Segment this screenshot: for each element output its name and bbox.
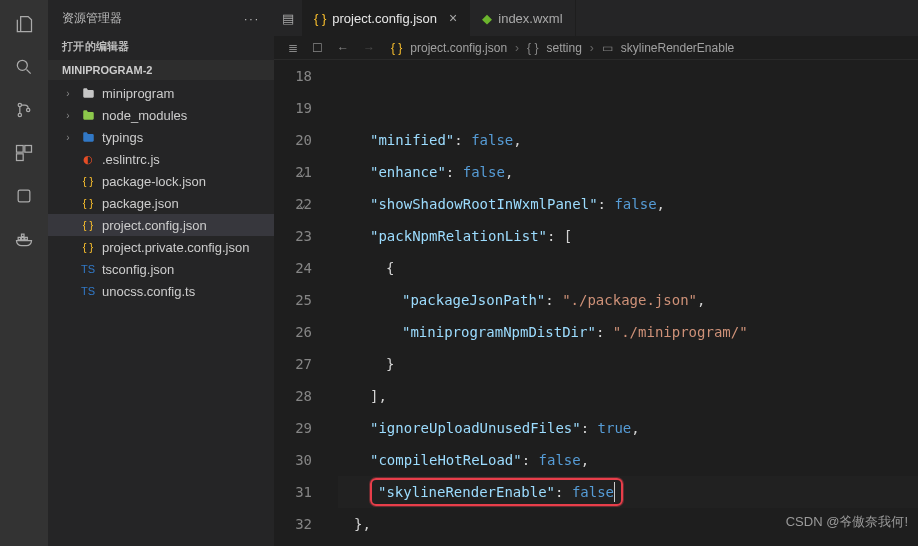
more-icon[interactable]: ··· <box>244 12 260 26</box>
tree-item-label: package-lock.json <box>102 174 206 189</box>
sidebar: 资源管理器 ··· 打开的编辑器 MINIPROGRAM-2 ›miniprog… <box>48 0 274 546</box>
tree-item-label: .eslintrc.js <box>102 152 160 167</box>
list-icon[interactable]: ≣ <box>288 41 298 55</box>
code-editor[interactable]: 18192021222324252627282930313233 "minifi… <box>274 60 918 546</box>
line-number: 33 <box>274 540 312 546</box>
line-number: 19 <box>274 92 312 124</box>
brace-icon: { } <box>80 239 96 255</box>
tree-item-label: project.config.json <box>102 218 207 233</box>
file-tree: ›miniprogram›node_modules›typings◐.eslin… <box>48 80 274 546</box>
code-line-26[interactable]: ], <box>338 380 918 412</box>
folder-typings[interactable]: ›typings <box>48 126 274 148</box>
code-line-23[interactable]: "packageJsonPath": "./package.json", <box>338 284 918 316</box>
code-line-27[interactable]: "ignoreUploadUnusedFiles": true, <box>338 412 918 444</box>
open-editors-section[interactable]: 打开的编辑器 <box>48 33 274 60</box>
search-icon[interactable] <box>14 57 34 80</box>
tab-controls-left: ▤ <box>274 0 302 36</box>
rc-icon: ◐ <box>80 151 96 167</box>
code-line-19[interactable]: "enhance": false, <box>338 156 918 188</box>
forward-icon[interactable]: → <box>363 41 375 55</box>
svg-rect-5 <box>25 146 32 153</box>
file-project.private.config.json[interactable]: { }project.private.config.json <box>48 236 274 258</box>
explorer-title: 资源管理器 <box>62 10 122 27</box>
line-number: 25 <box>274 284 312 316</box>
workspace-root[interactable]: MINIPROGRAM-2 <box>48 60 274 80</box>
debug-icon[interactable] <box>14 186 34 209</box>
code-line-18[interactable]: "minified": false, <box>338 124 918 156</box>
back-icon[interactable]: ← <box>337 41 349 55</box>
tree-item-label: miniprogram <box>102 86 174 101</box>
line-number: 26 <box>274 316 312 348</box>
extensions-icon[interactable] <box>14 143 34 166</box>
code-line-21[interactable]: "packNpmRelationList": [ <box>338 220 918 252</box>
svg-point-1 <box>18 103 21 106</box>
highlight-box: "skylineRenderEnable": false <box>370 478 623 506</box>
ts-folder-icon <box>80 129 96 145</box>
line-number: 22 <box>274 188 312 220</box>
source-control-icon[interactable] <box>14 100 34 123</box>
code-line-24[interactable]: "miniprogramNpmDistDir": "./miniprogram/… <box>338 316 918 348</box>
breadcrumb-p1[interactable]: setting <box>546 41 581 55</box>
tab-bar: ▤ { }project.config.json×◆index.wxml <box>274 0 918 36</box>
line-number: 29 <box>274 412 312 444</box>
files-icon[interactable] <box>14 14 34 37</box>
tree-item-label: node_modules <box>102 108 187 123</box>
file-.eslintrc.js[interactable]: ◐.eslintrc.js <box>48 148 274 170</box>
docker-icon[interactable] <box>14 229 34 252</box>
brace-icon: { } <box>314 11 326 26</box>
breadcrumb-p2[interactable]: skylineRenderEnable <box>621 41 734 55</box>
svg-point-2 <box>18 113 21 116</box>
tab-label: project.config.json <box>332 11 437 26</box>
line-number: 24 <box>274 252 312 284</box>
code-line-31[interactable]: "simulatorType": "wechat", <box>338 540 918 546</box>
code-line-28[interactable]: "compileHotReLoad": false, <box>338 444 918 476</box>
tab-index.wxml[interactable]: ◆index.wxml <box>470 0 575 36</box>
code-line-22[interactable]: { <box>338 252 918 284</box>
svg-point-0 <box>17 60 27 70</box>
tree-item-label: tsconfig.json <box>102 262 174 277</box>
tree-item-label: package.json <box>102 196 179 211</box>
file-project.config.json[interactable]: { }project.config.json <box>48 214 274 236</box>
line-number: 31 <box>274 476 312 508</box>
tree-item-label: typings <box>102 130 143 145</box>
file-package-lock.json[interactable]: { }package-lock.json <box>48 170 274 192</box>
tab-project.config.json[interactable]: { }project.config.json× <box>302 0 470 36</box>
code-line-29[interactable]: "skylineRenderEnable": false <box>338 476 918 508</box>
file-tsconfig.json[interactable]: TStsconfig.json <box>48 258 274 280</box>
tab-label: index.wxml <box>498 11 562 26</box>
close-icon[interactable]: × <box>449 10 457 26</box>
editor-area: ▤ { }project.config.json×◆index.wxml ≣ ☐… <box>274 0 918 546</box>
svg-point-3 <box>27 108 30 111</box>
brace-icon: { } <box>80 217 96 233</box>
line-number: 18 <box>274 60 312 92</box>
ts-icon: TS <box>80 283 96 299</box>
ts-icon: TS <box>80 261 96 277</box>
wxml-icon: ◆ <box>482 11 492 26</box>
folder-icon <box>80 85 96 101</box>
bookmark-icon[interactable]: ☐ <box>312 41 323 55</box>
line-number: 32 <box>274 508 312 540</box>
breadcrumb-file[interactable]: project.config.json <box>410 41 507 55</box>
line-number: 30 <box>274 444 312 476</box>
file-unocss.config.ts[interactable]: TSunocss.config.ts <box>48 280 274 302</box>
tree-item-label: unocss.config.ts <box>102 284 195 299</box>
json-icon: { } <box>80 195 96 211</box>
line-number: 20 <box>274 124 312 156</box>
svg-rect-7 <box>18 190 30 202</box>
folder-node_modules[interactable]: ›node_modules <box>48 104 274 126</box>
file-package.json[interactable]: { }package.json <box>48 192 274 214</box>
line-number: 23 <box>274 220 312 252</box>
line-number: 28 <box>274 380 312 412</box>
folder-miniprogram[interactable]: ›miniprogram <box>48 82 274 104</box>
toggle-panel-icon[interactable]: ▤ <box>282 11 294 26</box>
code-line-25[interactable]: } <box>338 348 918 380</box>
line-number: 21 <box>274 156 312 188</box>
json-icon: { } <box>80 173 96 189</box>
svg-rect-4 <box>17 146 24 153</box>
activity-bar <box>0 0 48 546</box>
breadcrumb: ≣ ☐ ← → { } project.config.json › { } se… <box>274 36 918 60</box>
nm-icon <box>80 107 96 123</box>
watermark: CSDN @爷傲奈我何! <box>786 506 908 538</box>
line-number: 27 <box>274 348 312 380</box>
code-line-20[interactable]: "showShadowRootInWxmlPanel": false, <box>338 188 918 220</box>
